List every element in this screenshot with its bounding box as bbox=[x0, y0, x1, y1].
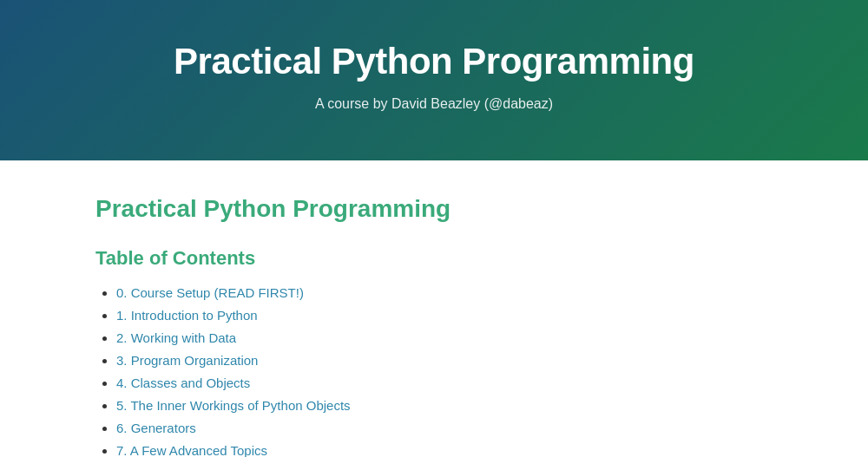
list-item: 5. The Inner Workings of Python Objects bbox=[116, 398, 773, 414]
toc-link-5[interactable]: 5. The Inner Workings of Python Objects bbox=[116, 398, 351, 413]
toc-link-6[interactable]: 6. Generators bbox=[116, 421, 196, 435]
page-heading: Practical Python Programming bbox=[95, 195, 773, 223]
toc-list: 0. Course Setup (READ FIRST!)1. Introduc… bbox=[95, 285, 773, 457]
toc-link-1[interactable]: 1. Introduction to Python bbox=[116, 308, 258, 323]
toc-heading: Table of Contents bbox=[95, 247, 773, 270]
hero-title: Practical Python Programming bbox=[174, 41, 694, 82]
hero-banner: Practical Python Programming A course by… bbox=[0, 0, 868, 160]
hero-subtitle: A course by David Beazley (@dabeaz) bbox=[315, 96, 553, 112]
toc-link-0[interactable]: 0. Course Setup (READ FIRST!) bbox=[116, 285, 304, 300]
list-item: 1. Introduction to Python bbox=[116, 308, 773, 323]
list-item: 2. Working with Data bbox=[116, 330, 773, 346]
list-item: 0. Course Setup (READ FIRST!) bbox=[116, 285, 773, 301]
list-item: 4. Classes and Objects bbox=[116, 375, 773, 391]
toc-link-4[interactable]: 4. Classes and Objects bbox=[116, 375, 250, 390]
toc-link-3[interactable]: 3. Program Organization bbox=[116, 353, 258, 368]
main-content: Practical Python Programming Table of Co… bbox=[61, 160, 807, 457]
list-item: 7. A Few Advanced Topics bbox=[116, 443, 773, 457]
toc-link-7[interactable]: 7. A Few Advanced Topics bbox=[116, 443, 267, 457]
list-item: 3. Program Organization bbox=[116, 353, 773, 369]
list-item: 6. Generators bbox=[116, 421, 773, 436]
toc-link-2[interactable]: 2. Working with Data bbox=[116, 330, 236, 345]
